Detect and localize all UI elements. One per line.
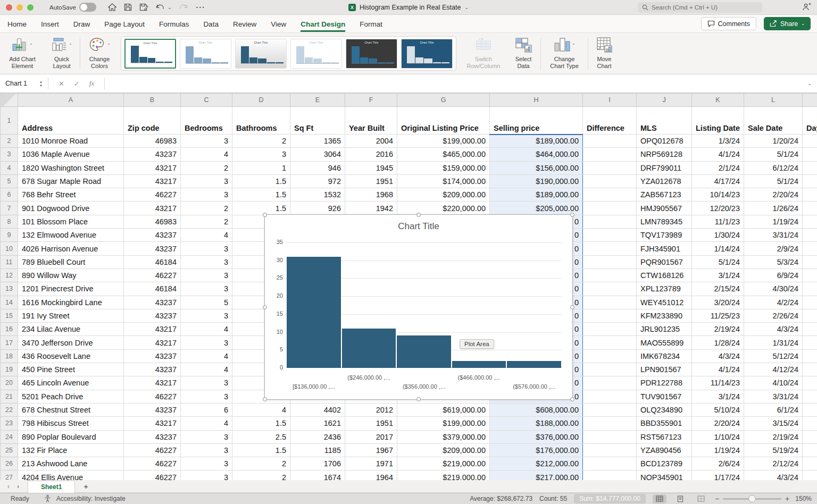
cell-M15[interactable]	[803, 309, 817, 322]
cell-C19[interactable]: 4	[181, 363, 232, 376]
cell-M13[interactable]	[803, 282, 817, 296]
cell-H4[interactable]: $156,000.00	[490, 161, 583, 174]
cell-C9[interactable]: 4	[181, 229, 232, 242]
row-header-20[interactable]: 20	[1, 376, 18, 390]
cell-J27[interactable]: NOP345901	[637, 471, 692, 480]
cell-M5[interactable]	[803, 174, 817, 188]
cell-C8[interactable]: 2	[181, 215, 232, 228]
undo-icon[interactable]	[156, 3, 165, 11]
cell-C1[interactable]: Bedrooms	[181, 107, 232, 135]
cell-B4[interactable]: 43217	[124, 161, 181, 174]
cell-G2[interactable]: $199,000.00	[397, 135, 490, 148]
row-header-4[interactable]: 4	[1, 161, 18, 174]
cell-G3[interactable]: $465,000.00	[397, 148, 490, 161]
cell-L16[interactable]: 4/3/24	[744, 323, 803, 336]
tab-home[interactable]: Home	[7, 16, 27, 32]
cell-B25[interactable]: 46227	[124, 443, 181, 457]
cell-C17[interactable]: 3	[181, 336, 232, 349]
formula-input[interactable]	[110, 74, 817, 93]
tab-view[interactable]: View	[271, 16, 286, 32]
cell-H7[interactable]: $205,000.00	[490, 201, 583, 215]
chart-title[interactable]: Chart Title	[265, 221, 572, 232]
name-box[interactable]: Chart 1	[0, 80, 38, 87]
cell-M2[interactable]	[803, 135, 817, 148]
cell-I7[interactable]	[583, 201, 637, 215]
cell-J26[interactable]: BCD123789	[637, 457, 692, 471]
cell-M26[interactable]	[803, 457, 817, 471]
cell-J14[interactable]: WEY451012	[637, 296, 692, 309]
cell-C20[interactable]: 3	[181, 376, 232, 390]
cell-A7[interactable]: 901 Dogwood Drive	[18, 201, 124, 215]
cell-B11[interactable]: 46184	[124, 255, 181, 268]
col-header-B[interactable]: B	[124, 94, 181, 107]
cell-C5[interactable]: 3	[181, 174, 232, 188]
chart-style-style-6[interactable]: Chart Title	[401, 39, 453, 69]
cell-C25[interactable]: 3	[181, 443, 232, 457]
tab-chart-design[interactable]: Chart Design	[301, 16, 345, 32]
cell-M21[interactable]	[803, 390, 817, 403]
row-header-19[interactable]: 19	[1, 363, 18, 376]
cell-A15[interactable]: 191 Ivy Street	[18, 309, 124, 322]
cell-F26[interactable]: 1971	[345, 457, 397, 471]
zoom-in-icon[interactable]: +	[785, 494, 789, 503]
chart-handle-e[interactable]	[570, 305, 574, 309]
zoom-window-button[interactable]	[27, 4, 34, 11]
cell-I14[interactable]	[583, 296, 637, 309]
cell-C4[interactable]: 2	[181, 161, 232, 174]
cell-K20[interactable]: 11/14/23	[692, 376, 744, 390]
cell-C3[interactable]: 4	[181, 148, 232, 161]
cell-E7[interactable]: 926	[290, 201, 345, 215]
cell-J20[interactable]: PDR122788	[637, 376, 692, 390]
share-button[interactable]: Share ⌄	[764, 17, 811, 30]
search-input[interactable]: Search (Cmd + Ctrl + U)	[638, 2, 762, 13]
accessibility-status[interactable]: Accessibility: Investigate	[56, 495, 126, 502]
cell-M10[interactable]	[803, 242, 817, 255]
cell-L27[interactable]: 4/3/24	[744, 471, 803, 480]
tab-draw[interactable]: Draw	[73, 16, 90, 32]
cell-D7[interactable]: 1.5	[232, 201, 290, 215]
cell-I16[interactable]	[583, 323, 637, 336]
cell-A3[interactable]: 1036 Maple Avenue	[18, 148, 124, 161]
normal-view-button[interactable]	[653, 494, 666, 503]
tab-insert[interactable]: Insert	[41, 16, 59, 32]
cell-F5[interactable]: 1951	[345, 174, 397, 188]
cell-M8[interactable]	[803, 215, 817, 228]
cell-K24[interactable]: 1/10/24	[692, 430, 744, 443]
cell-M22[interactable]	[803, 403, 817, 416]
cell-M17[interactable]	[803, 336, 817, 349]
cell-M14[interactable]	[803, 296, 817, 309]
cell-B26[interactable]: 46227	[124, 457, 181, 471]
cell-I21[interactable]	[583, 390, 637, 403]
chart-handle-ne[interactable]	[570, 213, 574, 217]
cell-L24[interactable]: 2/19/24	[744, 430, 803, 443]
cell-D22[interactable]: 4	[232, 403, 290, 416]
cell-L11[interactable]: 5/3/24	[744, 255, 803, 268]
add-chart-element-button[interactable]: ⌄ Add Chart Element	[0, 33, 45, 74]
cell-H2[interactable]: $189,000.00	[490, 135, 583, 148]
cell-E6[interactable]: 1532	[290, 188, 345, 201]
cell-H27[interactable]: $217,000.00	[490, 471, 583, 480]
cell-M6[interactable]	[803, 188, 817, 201]
cell-B19[interactable]: 43237	[124, 363, 181, 376]
cell-K19[interactable]: 4/1/24	[692, 363, 744, 376]
cell-I12[interactable]	[583, 268, 637, 282]
row-header-2[interactable]: 2	[1, 135, 18, 148]
insert-function-icon[interactable]: fx	[89, 79, 94, 88]
cell-J11[interactable]: PQR901567	[637, 255, 692, 268]
change-colors-button[interactable]: ⌄ Change Colors	[81, 33, 118, 74]
cell-L12[interactable]: 6/9/24	[744, 268, 803, 282]
change-chart-type-button[interactable]: ⌄ Change Chart Type	[542, 33, 587, 74]
cell-H6[interactable]: $189,000.00	[490, 188, 583, 201]
cell-B20[interactable]: 43217	[124, 376, 181, 390]
cell-D1[interactable]: Bathrooms	[232, 107, 290, 135]
cell-B12[interactable]: 46227	[124, 268, 181, 282]
cell-G27[interactable]: $219,000.00	[397, 471, 490, 480]
select-data-button[interactable]: Select Data	[507, 33, 539, 74]
cell-C10[interactable]: 3	[181, 242, 232, 255]
col-header-I[interactable]: I	[583, 94, 637, 107]
cell-C24[interactable]: 3	[181, 430, 232, 443]
cell-D25[interactable]: 1.5	[232, 443, 290, 457]
cell-C14[interactable]: 5	[181, 296, 232, 309]
cell-L14[interactable]: 4/2/24	[744, 296, 803, 309]
col-header-L[interactable]: L	[744, 94, 803, 107]
